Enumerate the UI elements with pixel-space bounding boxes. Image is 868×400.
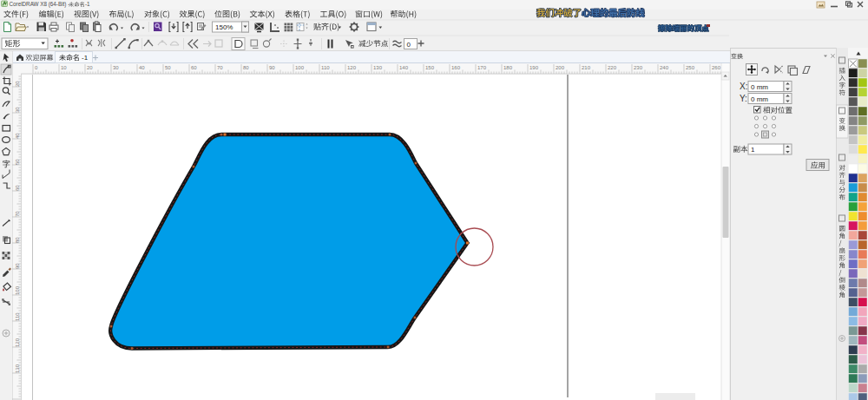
- svg-text:1: 1: [751, 146, 755, 154]
- svg-text:60: 60: [15, 185, 20, 191]
- svg-text:90: 90: [269, 65, 275, 70]
- svg-text:X:: X:: [740, 82, 747, 91]
- svg-text:70: 70: [217, 65, 223, 70]
- svg-text:-1: -1: [82, 54, 89, 62]
- svg-text:210: 210: [582, 65, 591, 70]
- svg-text:80: 80: [243, 65, 249, 70]
- svg-text:50: 50: [165, 65, 171, 70]
- svg-text:90: 90: [15, 263, 20, 269]
- svg-text:40: 40: [15, 133, 20, 139]
- svg-text:230: 230: [634, 65, 643, 70]
- svg-text:100: 100: [295, 65, 305, 70]
- svg-text:170: 170: [477, 65, 487, 70]
- svg-text:150%: 150%: [215, 23, 233, 31]
- svg-text:160: 160: [451, 65, 461, 70]
- svg-text:110: 110: [321, 65, 330, 70]
- svg-text:100: 100: [15, 285, 20, 295]
- svg-text:250: 250: [686, 65, 695, 70]
- svg-text:240: 240: [660, 65, 669, 70]
- svg-text:50: 50: [15, 159, 20, 165]
- svg-text:0 mm: 0 mm: [751, 95, 768, 103]
- svg-text:180: 180: [503, 65, 513, 70]
- svg-text:60: 60: [191, 65, 197, 70]
- svg-text:10: 10: [61, 65, 67, 70]
- svg-text:Y:: Y:: [740, 94, 747, 103]
- svg-text:120: 120: [15, 338, 20, 347]
- svg-text:CorelDRAW X8 (64-Bit) -: CorelDRAW X8 (64-Bit) -: [10, 1, 70, 8]
- svg-text:40: 40: [139, 65, 145, 70]
- svg-text:220: 220: [608, 65, 617, 70]
- svg-text:-1: -1: [85, 1, 90, 7]
- svg-text:80: 80: [15, 237, 20, 243]
- svg-text:130: 130: [373, 65, 383, 70]
- svg-text:130: 130: [15, 364, 20, 373]
- svg-text:70: 70: [15, 211, 20, 217]
- svg-text:0: 0: [407, 41, 411, 49]
- svg-text:120: 120: [347, 65, 357, 70]
- svg-text:110: 110: [15, 312, 20, 321]
- svg-text:190: 190: [529, 65, 539, 70]
- svg-text:30: 30: [113, 65, 119, 70]
- svg-text:0 mm: 0 mm: [751, 83, 768, 91]
- svg-text:20: 20: [15, 81, 20, 87]
- svg-text:140: 140: [399, 65, 409, 70]
- svg-text:260: 260: [712, 65, 721, 70]
- svg-text:20: 20: [87, 65, 93, 70]
- svg-text:150: 150: [425, 65, 435, 70]
- svg-text:200: 200: [556, 65, 565, 70]
- svg-text:30: 30: [15, 107, 20, 113]
